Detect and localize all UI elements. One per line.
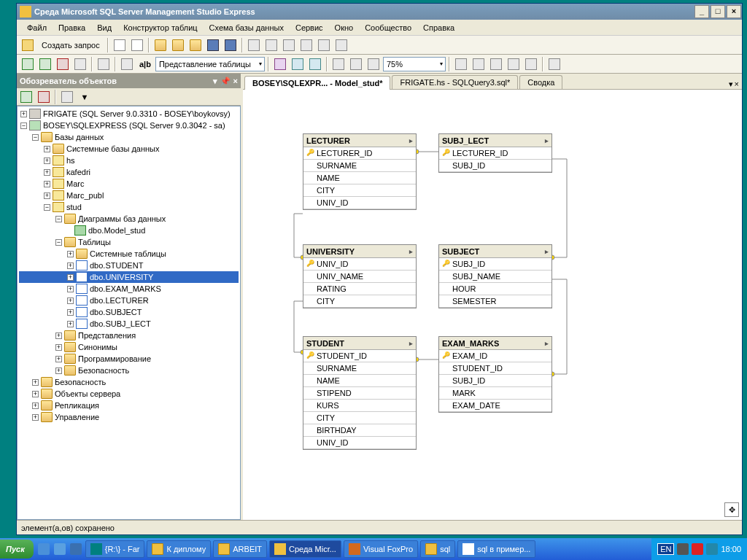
minimize-button[interactable]: _ xyxy=(694,5,709,18)
menu-help[interactable]: Справка xyxy=(419,22,459,34)
db-kafedri-node[interactable]: +kafedri xyxy=(19,166,239,178)
zoom-combo[interactable]: 75% xyxy=(383,57,446,71)
db-hs-node[interactable]: +hs xyxy=(19,155,239,166)
ql-desktop-icon[interactable] xyxy=(53,542,67,556)
pan-icon[interactable]: ✥ xyxy=(724,502,739,517)
table-lecturer-node[interactable]: +dbo.LECTURER xyxy=(19,295,239,306)
tab-close-icon[interactable]: × xyxy=(735,79,739,89)
maximize-button[interactable]: □ xyxy=(711,5,725,18)
sysdb-node[interactable]: +Системные базы данных xyxy=(19,143,239,155)
tab-sqlquery3[interactable]: FRIGATE.hs - SQLQuery3.sql* xyxy=(392,75,518,89)
taskbar-ssms[interactable]: Среда Micr... xyxy=(269,540,341,558)
panel-close-icon[interactable]: × xyxy=(233,77,238,86)
programming-node[interactable]: +Программирование xyxy=(19,353,239,365)
clock[interactable]: 18:00 xyxy=(721,545,741,553)
entity-university[interactable]: UNIVERSITY▸ 🔑UNIV_ID UNIV_NAME RATING CI… xyxy=(303,244,417,308)
tb2-icon-1[interactable] xyxy=(20,56,36,72)
tab-summary[interactable]: Сводка xyxy=(519,75,562,89)
view-combo[interactable]: Представление таблицы xyxy=(155,57,265,71)
open-icon[interactable] xyxy=(152,37,169,53)
taskbar-sql[interactable]: sql xyxy=(420,540,455,558)
taskbar-far[interactable]: {R:\} - Far xyxy=(85,540,145,558)
menu-edit[interactable]: Правка xyxy=(54,22,90,34)
menu-view[interactable]: Вид xyxy=(93,22,116,34)
menu-db-schema[interactable]: Схема базы данных xyxy=(205,22,288,34)
taskbar-vfp[interactable]: Visual FoxPro xyxy=(344,540,418,558)
tb2-icon-13[interactable] xyxy=(453,56,469,72)
management-node[interactable]: +Управление xyxy=(19,411,239,423)
entity-subj-lect[interactable]: SUBJ_LECT▸ 🔑LECTURER_ID SUBJ_ID xyxy=(438,133,552,173)
tb2-icon-7[interactable] xyxy=(272,56,288,72)
db-stud-node[interactable]: −stud xyxy=(19,201,239,213)
tables-node[interactable]: −Таблицы xyxy=(19,236,239,248)
tb-icon-10[interactable] xyxy=(281,37,297,53)
server-node-1[interactable]: +FRIGATE (SQL Server 9.0.3310 - BOSEY\bo… xyxy=(19,108,239,120)
synonyms-node[interactable]: +Синонимы xyxy=(19,341,239,353)
tb-icon-13[interactable] xyxy=(333,37,349,53)
tb2-icon-10[interactable] xyxy=(330,56,347,72)
replication-node[interactable]: +Репликация xyxy=(19,400,239,411)
diagram-canvas[interactable]: LECTURER▸ 🔑LECTURER_ID SURNAME NAME CITY… xyxy=(243,90,742,520)
titlebar[interactable]: Среда Microsoft SQL Server Management St… xyxy=(17,4,742,20)
object-tree[interactable]: +FRIGATE (SQL Server 9.0.3310 - BOSEY\bo… xyxy=(17,106,241,520)
diagram-modelstud-node[interactable]: dbo.Model_stud xyxy=(19,225,239,236)
entity-lecturer[interactable]: LECTURER▸ 🔑LECTURER_ID SURNAME NAME CITY… xyxy=(303,133,417,210)
tab-model-stud[interactable]: BOSEY\SQLEXPR... - Model_stud* xyxy=(244,76,390,90)
tb2-icon-5[interactable] xyxy=(96,56,112,72)
ql-ie-icon[interactable] xyxy=(36,542,51,556)
tb2-icon-12[interactable] xyxy=(365,56,382,72)
tb-icon-5[interactable] xyxy=(187,37,204,53)
save-icon[interactable] xyxy=(205,37,221,53)
disconnect-icon[interactable] xyxy=(36,89,52,105)
tb2-icon-17[interactable] xyxy=(523,56,539,72)
tb-icon-2[interactable] xyxy=(129,37,145,53)
save-all-icon[interactable] xyxy=(222,37,239,53)
table-university-node[interactable]: +dbo.UNIVERSITY xyxy=(19,271,239,283)
tb2-icon-6[interactable] xyxy=(119,56,135,72)
new-query-button[interactable] xyxy=(20,37,36,53)
refresh-icon[interactable] xyxy=(59,89,75,105)
server-node-2[interactable]: −BOSEY\SQLEXPRESS (SQL Server 9.0.3042 -… xyxy=(19,120,239,131)
tb2-icon-16[interactable] xyxy=(506,56,522,72)
tb2-icon-3[interactable] xyxy=(55,56,71,72)
close-button[interactable]: × xyxy=(727,5,741,18)
systables-node[interactable]: +Системные таблицы xyxy=(19,248,239,260)
lang-indicator[interactable]: EN xyxy=(657,543,674,555)
menu-table-designer[interactable]: Конструктор таблиц xyxy=(119,22,201,34)
diagrams-node[interactable]: −Диаграммы баз данных xyxy=(19,213,239,225)
menu-community[interactable]: Сообщество xyxy=(360,22,416,34)
connect-icon[interactable] xyxy=(18,89,34,105)
menu-service[interactable]: Сервис xyxy=(291,22,328,34)
views-node[interactable]: +Представления xyxy=(19,330,239,341)
new-query-label[interactable]: Создать запрос xyxy=(37,41,104,50)
entity-exam-marks[interactable]: EXAM_MARKS▸ 🔑EXAM_ID STUDENT_ID SUBJ_ID … xyxy=(438,336,552,413)
tb-icon-9[interactable] xyxy=(263,37,279,53)
ql-icon-3[interactable] xyxy=(69,542,83,556)
db-marc-node[interactable]: +Marc xyxy=(19,178,239,190)
tb2-icon-8[interactable] xyxy=(290,56,306,72)
tb-icon-8[interactable] xyxy=(246,37,262,53)
pin-icon[interactable]: 📌 xyxy=(220,77,231,86)
tb2-icon-4[interactable] xyxy=(72,56,88,72)
tb2-icon-18[interactable] xyxy=(546,56,562,72)
tb2-icon-11[interactable] xyxy=(348,56,364,72)
security-srv-node[interactable]: +Безопасность xyxy=(19,376,239,388)
databases-node[interactable]: −Базы данных xyxy=(19,131,239,143)
table-subject-node[interactable]: +dbo.SUBJECT xyxy=(19,306,239,318)
tab-dropdown-icon[interactable]: ▾ xyxy=(729,79,733,89)
entity-student[interactable]: STUDENT▸ 🔑STUDENT_ID SURNAME NAME STIPEN… xyxy=(303,336,417,450)
tb2-icon-14[interactable] xyxy=(471,56,487,72)
table-student-node[interactable]: +dbo.STUDENT xyxy=(19,260,239,271)
db-marcpubl-node[interactable]: +Marc_publ xyxy=(19,190,239,201)
table-exammarks-node[interactable]: +dbo.EXAM_MARKS xyxy=(19,283,239,295)
tb-icon-1[interactable] xyxy=(112,37,128,53)
menu-window[interactable]: Окно xyxy=(330,22,358,34)
tb2-icon-2[interactable] xyxy=(37,56,53,72)
taskbar-kdiplomu[interactable]: К диплому xyxy=(147,540,211,558)
tb-icon-11[interactable] xyxy=(298,37,314,53)
table-subjlect-node[interactable]: +dbo.SUBJ_LECT xyxy=(19,318,239,330)
tb-icon-4[interactable] xyxy=(170,37,186,53)
server-objects-node[interactable]: +Объекты сервера xyxy=(19,388,239,400)
menu-file[interactable]: Файл xyxy=(23,22,51,34)
security-db-node[interactable]: +Безопасность xyxy=(19,365,239,376)
